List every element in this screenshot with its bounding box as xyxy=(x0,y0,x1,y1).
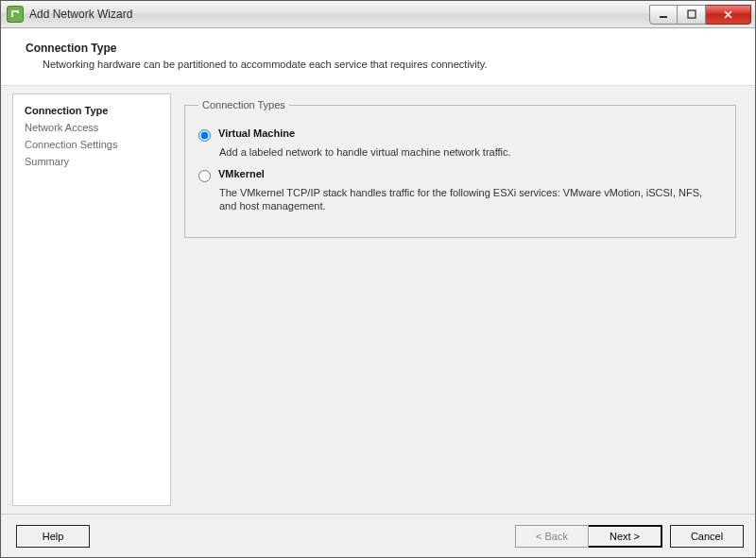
close-button[interactable] xyxy=(706,5,751,25)
minimize-button[interactable] xyxy=(649,5,678,25)
page-description: Networking hardware can be partitioned t… xyxy=(26,59,736,70)
back-button: < Back xyxy=(515,525,589,548)
step-sidebar: Connection Type Network Access Connectio… xyxy=(12,93,171,506)
sidebar-step-network-access[interactable]: Network Access xyxy=(25,119,159,136)
option-virtual-machine[interactable]: Virtual Machine xyxy=(198,127,722,142)
wizard-footer: Help < Back Next > Cancel xyxy=(1,514,755,557)
window-controls xyxy=(649,5,751,25)
svg-rect-0 xyxy=(660,16,667,18)
sidebar-step-connection-type[interactable]: Connection Type xyxy=(25,102,159,119)
wizard-body: Connection Type Network Access Connectio… xyxy=(1,86,755,514)
sidebar-step-summary[interactable]: Summary xyxy=(25,153,159,170)
titlebar[interactable]: Add Network Wizard xyxy=(1,1,755,28)
group-legend: Connection Types xyxy=(198,99,289,110)
app-icon xyxy=(7,6,24,23)
option-label: VMkernel xyxy=(218,168,265,179)
connection-types-group: Connection Types Virtual Machine Add a l… xyxy=(184,99,736,238)
wizard-header: Connection Type Networking hardware can … xyxy=(1,28,755,86)
option-description: Add a labeled network to handle virtual … xyxy=(219,145,722,159)
help-button[interactable]: Help xyxy=(16,525,90,548)
option-description: The VMkernel TCP/IP stack handles traffi… xyxy=(219,186,722,212)
wizard-window: Add Network Wizard Connection Type Netwo… xyxy=(0,0,756,558)
svg-rect-1 xyxy=(688,10,696,18)
radio-virtual-machine[interactable] xyxy=(198,129,211,142)
cancel-button[interactable]: Cancel xyxy=(670,525,744,548)
sidebar-step-connection-settings[interactable]: Connection Settings xyxy=(25,136,159,153)
maximize-button[interactable] xyxy=(678,5,706,25)
window-title: Add Network Wizard xyxy=(29,8,132,21)
page-title: Connection Type xyxy=(26,42,736,55)
option-label: Virtual Machine xyxy=(218,127,295,139)
wizard-main: Connection Types Virtual Machine Add a l… xyxy=(171,93,744,506)
option-vmkernel[interactable]: VMkernel xyxy=(198,168,722,182)
next-button[interactable]: Next > xyxy=(589,525,662,548)
radio-vmkernel[interactable] xyxy=(198,170,211,182)
